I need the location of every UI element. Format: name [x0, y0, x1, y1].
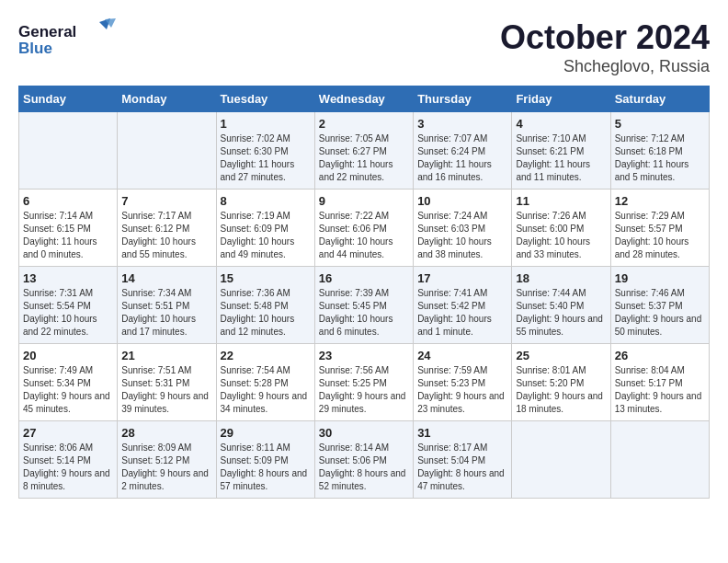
- calendar-cell: [512, 421, 610, 499]
- day-info: Sunrise: 7:17 AMSunset: 6:12 PMDaylight:…: [121, 210, 211, 261]
- day-number: 23: [319, 349, 409, 362]
- day-info: Sunrise: 8:01 AMSunset: 5:20 PMDaylight:…: [516, 364, 606, 416]
- calendar-cell: 4Sunrise: 7:10 AMSunset: 6:21 PMDaylight…: [512, 112, 610, 190]
- calendar-cell: 6Sunrise: 7:14 AMSunset: 6:15 PMDaylight…: [19, 190, 118, 267]
- calendar-week-row: 1Sunrise: 7:02 AMSunset: 6:30 PMDaylight…: [19, 112, 710, 190]
- day-info: Sunrise: 7:54 AMSunset: 5:28 PMDaylight:…: [221, 364, 311, 416]
- day-number: 31: [417, 426, 507, 440]
- day-info: Sunrise: 7:59 AMSunset: 5:23 PMDaylight:…: [417, 364, 507, 416]
- day-number: 9: [319, 194, 409, 208]
- day-info: Sunrise: 7:07 AMSunset: 6:24 PMDaylight:…: [417, 132, 507, 184]
- calendar-cell: [19, 112, 118, 190]
- day-info: Sunrise: 8:14 AMSunset: 5:06 PMDaylight:…: [319, 442, 409, 493]
- day-info: Sunrise: 7:22 AMSunset: 6:06 PMDaylight:…: [319, 210, 409, 261]
- day-number: 25: [516, 349, 606, 362]
- calendar-cell: [610, 421, 709, 499]
- day-number: 13: [23, 271, 113, 285]
- header-sunday: Sunday: [19, 86, 118, 112]
- calendar-cell: 7Sunrise: 7:17 AMSunset: 6:12 PMDaylight…: [118, 190, 216, 267]
- calendar-cell: 31Sunrise: 8:17 AMSunset: 5:04 PMDayligh…: [414, 421, 512, 499]
- day-info: Sunrise: 7:39 AMSunset: 5:45 PMDaylight:…: [319, 287, 409, 339]
- calendar-cell: 2Sunrise: 7:05 AMSunset: 6:27 PMDaylight…: [314, 112, 413, 190]
- day-info: Sunrise: 7:31 AMSunset: 5:54 PMDaylight:…: [23, 287, 113, 339]
- day-number: 4: [516, 117, 606, 131]
- calendar-cell: 21Sunrise: 7:51 AMSunset: 5:31 PMDayligh…: [118, 344, 216, 421]
- calendar-header-row: SundayMondayTuesdayWednesdayThursdayFrid…: [19, 86, 710, 112]
- calendar-cell: 30Sunrise: 8:14 AMSunset: 5:06 PMDayligh…: [314, 421, 413, 499]
- logo: General Blue: [18, 18, 119, 60]
- day-info: Sunrise: 7:29 AMSunset: 5:57 PMDaylight:…: [615, 210, 705, 261]
- day-info: Sunrise: 7:51 AMSunset: 5:31 PMDaylight:…: [121, 364, 211, 416]
- calendar-cell: 5Sunrise: 7:12 AMSunset: 6:18 PMDaylight…: [610, 112, 709, 190]
- calendar-table: SundayMondayTuesdayWednesdayThursdayFrid…: [18, 86, 710, 499]
- day-info: Sunrise: 8:17 AMSunset: 5:04 PMDaylight:…: [417, 442, 507, 493]
- day-info: Sunrise: 7:34 AMSunset: 5:51 PMDaylight:…: [121, 287, 211, 339]
- day-number: 14: [121, 271, 211, 285]
- calendar-cell: 18Sunrise: 7:44 AMSunset: 5:40 PMDayligh…: [512, 267, 610, 344]
- day-number: 16: [319, 271, 409, 285]
- day-number: 20: [23, 349, 113, 362]
- day-info: Sunrise: 7:19 AMSunset: 6:09 PMDaylight:…: [221, 210, 311, 261]
- calendar-week-row: 6Sunrise: 7:14 AMSunset: 6:15 PMDaylight…: [19, 190, 710, 267]
- day-number: 3: [417, 117, 507, 131]
- calendar-cell: 15Sunrise: 7:36 AMSunset: 5:48 PMDayligh…: [216, 267, 314, 344]
- calendar-cell: 24Sunrise: 7:59 AMSunset: 5:23 PMDayligh…: [414, 344, 512, 421]
- svg-text:Blue: Blue: [18, 40, 52, 57]
- calendar-cell: 26Sunrise: 8:04 AMSunset: 5:17 PMDayligh…: [610, 344, 709, 421]
- day-info: Sunrise: 7:12 AMSunset: 6:18 PMDaylight:…: [615, 132, 705, 184]
- day-info: Sunrise: 7:26 AMSunset: 6:00 PMDaylight:…: [516, 210, 606, 261]
- day-number: 27: [23, 426, 113, 440]
- day-number: 17: [417, 271, 507, 285]
- calendar-cell: 19Sunrise: 7:46 AMSunset: 5:37 PMDayligh…: [610, 267, 709, 344]
- day-number: 19: [615, 271, 705, 285]
- calendar-cell: 3Sunrise: 7:07 AMSunset: 6:24 PMDaylight…: [414, 112, 512, 190]
- calendar-cell: [118, 112, 216, 190]
- title-block: October 2024 Shcheglovo, Russia: [500, 18, 710, 76]
- calendar-cell: 25Sunrise: 8:01 AMSunset: 5:20 PMDayligh…: [512, 344, 610, 421]
- day-number: 22: [221, 349, 311, 362]
- location-title: Shcheglovo, Russia: [500, 57, 710, 76]
- header-monday: Monday: [118, 86, 216, 112]
- calendar-cell: 23Sunrise: 7:56 AMSunset: 5:25 PMDayligh…: [314, 344, 413, 421]
- day-info: Sunrise: 7:41 AMSunset: 5:42 PMDaylight:…: [417, 287, 507, 339]
- calendar-cell: 9Sunrise: 7:22 AMSunset: 6:06 PMDaylight…: [314, 190, 413, 267]
- day-info: Sunrise: 7:24 AMSunset: 6:03 PMDaylight:…: [417, 210, 507, 261]
- calendar-cell: 13Sunrise: 7:31 AMSunset: 5:54 PMDayligh…: [19, 267, 118, 344]
- day-info: Sunrise: 7:05 AMSunset: 6:27 PMDaylight:…: [319, 132, 409, 184]
- day-info: Sunrise: 8:09 AMSunset: 5:12 PMDaylight:…: [121, 442, 211, 493]
- day-number: 1: [221, 117, 311, 131]
- header-friday: Friday: [512, 86, 610, 112]
- day-number: 21: [121, 349, 211, 362]
- day-info: Sunrise: 7:10 AMSunset: 6:21 PMDaylight:…: [516, 132, 606, 184]
- day-number: 7: [121, 194, 211, 208]
- calendar-week-row: 13Sunrise: 7:31 AMSunset: 5:54 PMDayligh…: [19, 267, 710, 344]
- header-saturday: Saturday: [610, 86, 709, 112]
- calendar-week-row: 20Sunrise: 7:49 AMSunset: 5:34 PMDayligh…: [19, 344, 710, 421]
- calendar-week-row: 27Sunrise: 8:06 AMSunset: 5:14 PMDayligh…: [19, 421, 710, 499]
- day-number: 11: [516, 194, 606, 208]
- day-info: Sunrise: 7:49 AMSunset: 5:34 PMDaylight:…: [23, 364, 113, 416]
- calendar-cell: 8Sunrise: 7:19 AMSunset: 6:09 PMDaylight…: [216, 190, 314, 267]
- calendar-cell: 20Sunrise: 7:49 AMSunset: 5:34 PMDayligh…: [19, 344, 118, 421]
- calendar-cell: 1Sunrise: 7:02 AMSunset: 6:30 PMDaylight…: [216, 112, 314, 190]
- day-info: Sunrise: 8:04 AMSunset: 5:17 PMDaylight:…: [615, 364, 705, 416]
- calendar-cell: 11Sunrise: 7:26 AMSunset: 6:00 PMDayligh…: [512, 190, 610, 267]
- day-info: Sunrise: 7:46 AMSunset: 5:37 PMDaylight:…: [615, 287, 705, 339]
- calendar-cell: 12Sunrise: 7:29 AMSunset: 5:57 PMDayligh…: [610, 190, 709, 267]
- day-info: Sunrise: 7:56 AMSunset: 5:25 PMDaylight:…: [319, 364, 409, 416]
- calendar-cell: 27Sunrise: 8:06 AMSunset: 5:14 PMDayligh…: [19, 421, 118, 499]
- svg-text:General: General: [18, 23, 76, 40]
- day-number: 8: [221, 194, 311, 208]
- day-info: Sunrise: 7:44 AMSunset: 5:40 PMDaylight:…: [516, 287, 606, 339]
- day-number: 24: [417, 349, 507, 362]
- header-thursday: Thursday: [414, 86, 512, 112]
- calendar-cell: 17Sunrise: 7:41 AMSunset: 5:42 PMDayligh…: [414, 267, 512, 344]
- day-info: Sunrise: 7:14 AMSunset: 6:15 PMDaylight:…: [23, 210, 113, 261]
- calendar-cell: 16Sunrise: 7:39 AMSunset: 5:45 PMDayligh…: [314, 267, 413, 344]
- calendar-cell: 10Sunrise: 7:24 AMSunset: 6:03 PMDayligh…: [414, 190, 512, 267]
- day-number: 29: [221, 426, 311, 440]
- day-number: 5: [615, 117, 705, 131]
- month-title: October 2024: [500, 18, 710, 57]
- day-info: Sunrise: 7:36 AMSunset: 5:48 PMDaylight:…: [221, 287, 311, 339]
- calendar-cell: 22Sunrise: 7:54 AMSunset: 5:28 PMDayligh…: [216, 344, 314, 421]
